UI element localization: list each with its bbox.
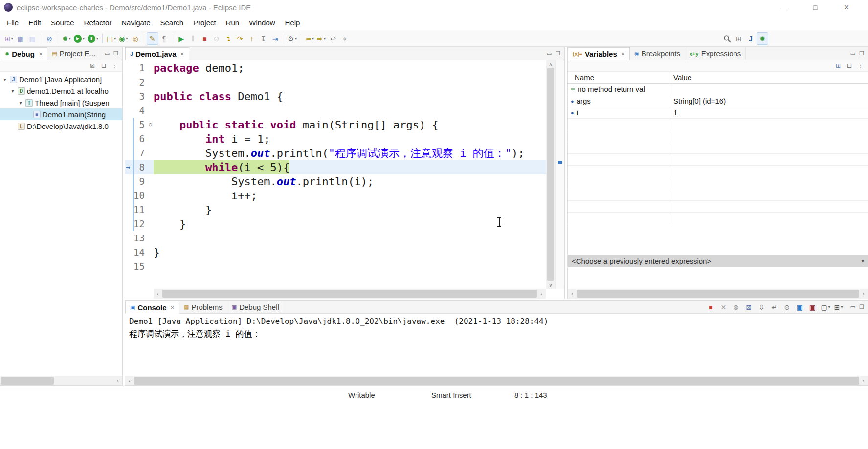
variable-detail-pane[interactable] bbox=[568, 267, 868, 290]
console-tab-console[interactable]: ▣Console✕ bbox=[125, 301, 179, 314]
column-header-name[interactable]: Name bbox=[568, 72, 669, 83]
code-line-5[interactable]: 5⊖ public static void main(String[] args… bbox=[125, 118, 547, 132]
tree-item-demo1-demo1-at-localho[interactable]: ▾Ddemo1.Demo1 at localho bbox=[0, 85, 122, 97]
menu-run[interactable]: Run bbox=[221, 16, 245, 29]
minimize-view-button[interactable]: ▭ bbox=[547, 50, 552, 57]
coverage-icon[interactable]: ▮▾ bbox=[86, 32, 100, 45]
variables-tab-variables[interactable]: (x)=Variables✕ bbox=[568, 47, 630, 60]
menu-navigate[interactable]: Navigate bbox=[116, 16, 155, 29]
expand-arrow-icon[interactable]: ▾ bbox=[18, 100, 23, 106]
current-line-marker[interactable] bbox=[558, 161, 562, 164]
new-java-class-icon[interactable]: ◉▾ bbox=[117, 32, 129, 45]
expand-arrow-icon[interactable]: ▾ bbox=[2, 77, 8, 82]
column-header-value[interactable]: Value bbox=[669, 73, 868, 82]
maximize-view-button[interactable]: ❐ bbox=[556, 50, 560, 57]
variable-row-no-method-return-val[interactable]: ⇨no method return val bbox=[568, 84, 868, 95]
expand-arrow-icon[interactable]: ▾ bbox=[10, 88, 16, 94]
tree-item-d-develop-java-jdk1-8-0[interactable]: LD:\Develop\Java\jdk1.8.0 bbox=[0, 120, 122, 132]
java-perspective-icon[interactable]: J bbox=[745, 32, 757, 45]
terminate-console-icon[interactable]: ■ bbox=[705, 301, 716, 314]
last-edit-location-icon[interactable]: ↩ bbox=[327, 32, 339, 45]
menu-search[interactable]: Search bbox=[155, 16, 188, 29]
show-logical-structures-icon[interactable]: ⊞ bbox=[833, 61, 843, 71]
code-line-2[interactable]: 2 bbox=[125, 75, 547, 89]
scroll-left-arrow[interactable]: ‹ bbox=[125, 376, 134, 385]
minimize-view-button[interactable]: ▭ bbox=[850, 50, 855, 57]
clear-console-icon[interactable]: ⊠ bbox=[743, 301, 755, 314]
minimize-window-button[interactable]: — bbox=[768, 0, 800, 15]
remove-all-launches-icon[interactable]: ⊗ bbox=[730, 301, 742, 314]
close-tab-icon[interactable]: ✕ bbox=[180, 51, 184, 57]
editor-viewport[interactable]: 1package demo1;23public class Demo1 {45⊖… bbox=[125, 60, 547, 290]
tree-item-demo1-main-string[interactable]: ≡Demo1.main(String bbox=[0, 108, 122, 120]
debug-tab-project-e[interactable]: ▤Project E... bbox=[47, 47, 100, 60]
variable-row-i[interactable]: ●i1 bbox=[568, 107, 868, 119]
debug-icon[interactable]: ✹▾ bbox=[61, 32, 72, 45]
new-wizard-icon[interactable]: ⊞▾ bbox=[3, 32, 15, 45]
menu-window[interactable]: Window bbox=[244, 16, 280, 29]
code-line-3[interactable]: 3public class Demo1 { bbox=[125, 89, 547, 104]
minimize-view-button[interactable]: ▭ bbox=[105, 50, 110, 57]
terminate-icon[interactable]: ■ bbox=[199, 32, 211, 45]
code-line-8[interactable]: →8 while(i < 5){ bbox=[125, 160, 547, 174]
scroll-right-arrow[interactable]: › bbox=[859, 376, 868, 385]
open-type-icon[interactable]: ◎ bbox=[130, 32, 141, 45]
suspend-icon[interactable]: ‖ bbox=[187, 32, 199, 45]
scroll-down-arrow[interactable]: ∨ bbox=[546, 281, 555, 289]
pin-editor-icon[interactable]: ⌖ bbox=[339, 32, 351, 45]
debug-perspective-icon[interactable]: ✹ bbox=[757, 32, 768, 45]
menu-source[interactable]: Source bbox=[46, 16, 79, 29]
resume-icon[interactable]: ▶ bbox=[176, 32, 187, 45]
view-menu-icon[interactable]: ⋮ bbox=[856, 61, 866, 71]
menu-help[interactable]: Help bbox=[280, 16, 305, 29]
step-return-icon[interactable]: ↑ bbox=[246, 32, 258, 45]
expression-combo[interactable]: <Choose a previously entered expression>… bbox=[568, 255, 868, 267]
scrollbar-thumb[interactable] bbox=[1, 377, 54, 385]
menu-edit[interactable]: Edit bbox=[23, 16, 46, 29]
console-tab-debug-shell[interactable]: ▣Debug Shell bbox=[227, 301, 284, 313]
maximize-view-button[interactable]: ❐ bbox=[113, 50, 118, 57]
scroll-right-arrow[interactable]: › bbox=[113, 376, 122, 385]
step-into-icon[interactable]: ↴ bbox=[223, 32, 234, 45]
scrollbar-thumb[interactable] bbox=[547, 68, 554, 281]
new-java-project-icon[interactable]: ▤▾ bbox=[105, 32, 117, 45]
search-icon[interactable] bbox=[721, 32, 733, 45]
view-menu-icon[interactable]: ⋮ bbox=[110, 61, 120, 71]
scroll-right-arrow[interactable]: › bbox=[537, 289, 546, 299]
code-line-6[interactable]: 6 int i = 1; bbox=[125, 132, 547, 146]
console-output-area[interactable]: Demo1 [Java Application] D:\Develop\Java… bbox=[125, 314, 868, 376]
menu-project[interactable]: Project bbox=[188, 16, 221, 29]
scrollbar-thumb[interactable] bbox=[577, 290, 859, 298]
mark-occurrences-icon[interactable]: ✎ bbox=[147, 32, 158, 45]
code-line-11[interactable]: 11 } bbox=[125, 203, 547, 217]
run-icon[interactable]: ▶▾ bbox=[72, 32, 86, 45]
status-caret-position[interactable]: 8 : 1 : 143 bbox=[514, 391, 547, 399]
save-icon[interactable]: ▦ bbox=[15, 32, 26, 45]
code-line-14[interactable]: 14} bbox=[125, 245, 547, 259]
code-line-1[interactable]: 1package demo1; bbox=[125, 61, 547, 75]
skip-all-breakpoints-icon[interactable]: ⊘ bbox=[44, 32, 55, 45]
code-line-10[interactable]: 10 i++; bbox=[125, 189, 547, 203]
fold-collapse-icon[interactable]: ⊖ bbox=[147, 118, 154, 132]
scroll-left-arrow[interactable]: ‹ bbox=[568, 289, 577, 299]
show-whitespace-icon[interactable]: ¶ bbox=[158, 32, 170, 45]
show-console-on-stderr-icon[interactable]: ▣ bbox=[806, 301, 818, 314]
scroll-up-arrow[interactable]: ∧ bbox=[546, 60, 555, 68]
remove-all-terminated-icon[interactable]: ⊠ bbox=[88, 61, 97, 71]
editor-vertical-scrollbar[interactable]: ∧ ∨ bbox=[546, 60, 555, 289]
code-line-15[interactable]: 15 bbox=[125, 259, 547, 274]
debug-horizontal-scrollbar[interactable]: › bbox=[0, 376, 122, 385]
pin-console-icon[interactable]: ⊙ bbox=[781, 301, 793, 314]
minimize-view-button[interactable]: ▭ bbox=[850, 304, 855, 310]
open-perspective-icon[interactable]: ⊞ bbox=[733, 32, 745, 45]
variables-tab-breakpoints[interactable]: ◉Breakpoints bbox=[630, 47, 685, 60]
console-horizontal-scrollbar[interactable]: ‹ › bbox=[125, 376, 868, 385]
step-over-icon[interactable]: ↷ bbox=[234, 32, 246, 45]
variables-horizontal-scrollbar[interactable]: ‹ › bbox=[568, 289, 868, 299]
debug-tab-debug[interactable]: ✹Debug✕ bbox=[0, 47, 47, 60]
back-icon[interactable]: ⇦▾ bbox=[304, 32, 315, 45]
menu-refactor[interactable]: Refactor bbox=[79, 16, 117, 29]
close-tab-icon[interactable]: ✕ bbox=[39, 51, 43, 57]
code-line-9[interactable]: 9 System.out.println(i); bbox=[125, 174, 547, 189]
close-window-button[interactable]: ✕ bbox=[831, 0, 862, 15]
